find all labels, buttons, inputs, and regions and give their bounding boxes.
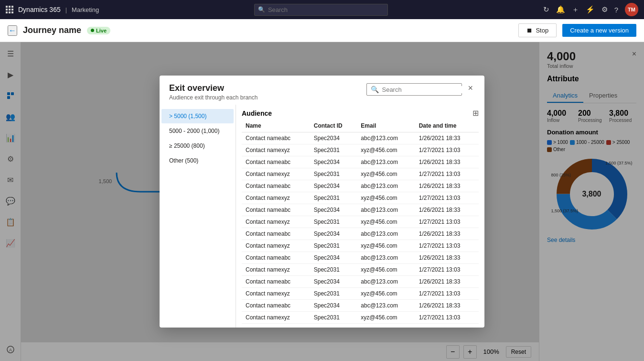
cell-date: 1/27/2021 13:03 (415, 144, 479, 156)
cell-contact-id: Spec2031 (310, 240, 357, 252)
modal-search-wrap: 🔍 (366, 83, 462, 96)
table-row: Contact nameabc Spec2034 abc@123.com 1/2… (242, 204, 479, 216)
settings-icon[interactable]: ⚙ (601, 5, 608, 14)
main-area: ☰ ▶ 👥 📊 ⚙ ✉ 💬 📋 📈 A 1,500 (0, 42, 644, 361)
cell-email: xyz@456.com (357, 264, 415, 276)
table-row: Contact namexyz Spec2031 xyz@456.com 1/2… (242, 312, 479, 324)
refresh-icon[interactable]: ↻ (543, 5, 549, 14)
cell-name: Contact nameabc (242, 156, 310, 168)
table-row: Contact nameabc Spec2034 abc@123.com 1/2… (242, 132, 479, 144)
cell-date: 1/26/2021 18:33 (415, 156, 479, 168)
brand-separator: | (65, 6, 67, 13)
page-toolbar: ← Journey name Live ⏹ Stop Create a new … (0, 19, 644, 42)
modal-table-section: Audience ⊞ Name Contact ID Email Date an… (236, 105, 484, 328)
stop-button[interactable]: ⏹ Stop (518, 23, 557, 37)
cell-email: xyz@456.com (357, 216, 415, 228)
cell-date: 1/26/2021 18:33 (415, 180, 479, 192)
audience-title: Audience (242, 109, 272, 117)
cell-contact-id: Spec2034 (310, 276, 357, 288)
exit-overview-modal: Exit overview Audience exit through each… (160, 76, 484, 328)
back-button[interactable]: ← (8, 25, 17, 36)
table-row: Contact namexyz Spec2031 xyz@456.com 1/2… (242, 288, 479, 300)
cell-date: 1/27/2021 13:03 (415, 240, 479, 252)
cell-date: 1/26/2021 18:33 (415, 228, 479, 240)
global-search-input[interactable] (254, 4, 388, 16)
cell-email: abc@123.com (357, 156, 415, 168)
audience-table: Name Contact ID Email Date and time Cont… (242, 120, 479, 324)
cell-email: abc@123.com (357, 132, 415, 144)
cell-contact-id: Spec2034 (310, 252, 357, 264)
table-row: Contact nameabc Spec2034 abc@123.com 1/2… (242, 252, 479, 264)
cell-date: 1/26/2021 18:33 (415, 300, 479, 312)
cell-contact-id: Spec2034 (310, 300, 357, 312)
segment-gt5000[interactable]: > 5000 (1,500) (161, 109, 234, 123)
live-badge: Live (87, 27, 110, 34)
segment-5000-2000[interactable]: 5000 - 2000 (1,000) (161, 124, 234, 138)
user-avatar[interactable]: TM (625, 3, 638, 16)
table-row: Contact nameabc Spec2034 abc@123.com 1/2… (242, 300, 479, 312)
brand-label: Dynamics 365 (18, 6, 61, 13)
cell-contact-id: Spec2031 (310, 312, 357, 324)
cell-email: xyz@456.com (357, 168, 415, 180)
table-header-row: Name Contact ID Email Date and time (242, 120, 479, 132)
col-contact-id: Contact ID (310, 120, 357, 132)
bell-icon[interactable]: 🔔 (556, 5, 565, 14)
segment-other[interactable]: Other (500) (161, 153, 234, 168)
cell-contact-id: Spec2031 (310, 192, 357, 204)
table-row: Contact namexyz Spec2031 xyz@456.com 1/2… (242, 192, 479, 204)
filter-icon[interactable]: ⚡ (586, 5, 595, 14)
waffle-icon[interactable] (6, 6, 13, 13)
modal-close-button[interactable]: × (466, 83, 475, 93)
modal-header: Exit overview Audience exit through each… (160, 76, 484, 105)
cell-name: Contact nameabc (242, 300, 310, 312)
cell-name: Contact nameabc (242, 180, 310, 192)
table-row: Contact nameabc Spec2034 abc@123.com 1/2… (242, 156, 479, 168)
cell-email: xyz@456.com (357, 192, 415, 204)
table-row: Contact namexyz Spec2031 xyz@456.com 1/2… (242, 144, 479, 156)
segment-ge25000[interactable]: ≥ 25000 (800) (161, 139, 234, 153)
cell-name: Contact nameabc (242, 228, 310, 240)
global-search-icon: 🔍 (258, 6, 265, 13)
create-version-button[interactable]: Create a new version (562, 24, 636, 37)
table-row: Contact namexyz Spec2031 xyz@456.com 1/2… (242, 168, 479, 180)
topbar-icons: ↻ 🔔 ＋ ⚡ ⚙ ? TM (543, 3, 638, 16)
cell-name: Contact nameabc (242, 204, 310, 216)
table-row: Contact namexyz Spec2031 xyz@456.com 1/2… (242, 240, 479, 252)
cell-contact-id: Spec2034 (310, 132, 357, 144)
table-row: Contact nameabc Spec2034 abc@123.com 1/2… (242, 180, 479, 192)
cell-contact-id: Spec2034 (310, 156, 357, 168)
cell-name: Contact nameabc (242, 276, 310, 288)
live-label: Live (96, 28, 107, 33)
plus-icon[interactable]: ＋ (572, 5, 579, 14)
cell-contact-id: Spec2031 (310, 144, 357, 156)
help-icon[interactable]: ? (614, 6, 618, 14)
topbar: Dynamics 365 | Marketing 🔍 ↻ 🔔 ＋ ⚡ ⚙ ? T… (0, 0, 644, 19)
cell-contact-id: Spec2034 (310, 204, 357, 216)
modal-overlay: Exit overview Audience exit through each… (0, 42, 644, 361)
table-body: Contact nameabc Spec2034 abc@123.com 1/2… (242, 132, 479, 324)
col-name: Name (242, 120, 310, 132)
cell-date: 1/26/2021 18:33 (415, 252, 479, 264)
cell-name: Contact namexyz (242, 192, 310, 204)
cell-name: Contact namexyz (242, 312, 310, 324)
cell-contact-id: Spec2031 (310, 288, 357, 300)
cell-date: 1/26/2021 18:33 (415, 276, 479, 288)
cell-contact-id: Spec2034 (310, 180, 357, 192)
modal-search-input[interactable] (382, 86, 462, 93)
modal-segment-list: > 5000 (1,500) 5000 - 2000 (1,000) ≥ 250… (160, 105, 236, 328)
modal-title: Exit overview (169, 83, 258, 93)
cell-email: abc@123.com (357, 252, 415, 264)
cell-name: Contact namexyz (242, 168, 310, 180)
cell-name: Contact namexyz (242, 288, 310, 300)
global-search-wrap: 🔍 (104, 4, 538, 16)
cell-name: Contact namexyz (242, 216, 310, 228)
audience-columns-icon[interactable]: ⊞ (472, 109, 479, 118)
cell-date: 1/27/2021 13:03 (415, 168, 479, 180)
cell-email: abc@123.com (357, 228, 415, 240)
stop-label: Stop (536, 27, 548, 34)
topbar-waffle[interactable] (6, 6, 13, 13)
cell-name: Contact nameabc (242, 252, 310, 264)
cell-date: 1/26/2021 18:33 (415, 204, 479, 216)
audience-table-wrap[interactable]: Name Contact ID Email Date and time Cont… (242, 120, 479, 324)
cell-name: Contact nameabc (242, 132, 310, 144)
